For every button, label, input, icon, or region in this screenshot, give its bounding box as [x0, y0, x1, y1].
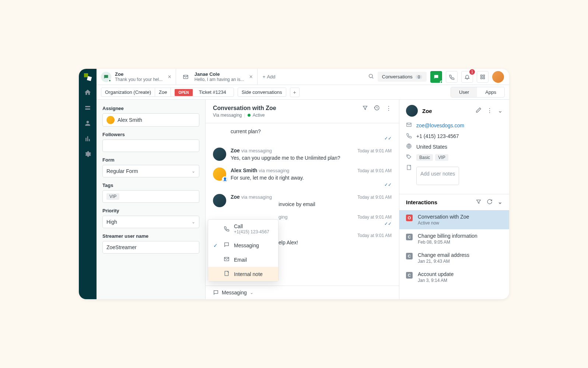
channel-option-call[interactable]: Call+1(415) 123-4567 [208, 220, 278, 238]
org-crumb[interactable]: Organization (Create) [101, 88, 155, 96]
chevron-down-icon[interactable]: ⌄ [498, 199, 503, 206]
chevron-down-icon[interactable]: ⌄ [498, 107, 503, 114]
assignee-field[interactable]: Alex Smith [102, 113, 199, 127]
channel-switcher[interactable]: Messaging ⌄ [206, 286, 399, 299]
svg-point-10 [407, 156, 408, 156]
user-notes-input[interactable]: Add user notes [416, 167, 459, 185]
svg-rect-5 [483, 77, 484, 79]
more-icon[interactable]: ⋮ [386, 105, 392, 112]
user-toggle[interactable]: User [451, 87, 477, 97]
message: Zoe via messagingToday at 9:01 AM invoic… [213, 194, 392, 207]
streamer-field[interactable]: ZoeStreamer [102, 241, 199, 254]
tab-janae[interactable]: Janae Cole Hello, I am having an is... × [176, 69, 258, 85]
filter-icon[interactable] [476, 199, 482, 206]
edit-icon[interactable] [476, 107, 482, 114]
status-label: Active [253, 113, 265, 118]
conversation-header: Conversation with Zoe Via messaging | Ac… [206, 100, 399, 123]
status-badge: O [406, 215, 413, 221]
user-location: United States [416, 144, 447, 150]
filter-icon[interactable] [362, 105, 368, 112]
conversations-count: 0 [416, 75, 422, 79]
followers-field[interactable] [102, 139, 199, 152]
context-bar: Organization (Create) Zoe OPENTicket #12… [97, 85, 509, 100]
message-avatar: 👤 [213, 167, 226, 181]
search-icon[interactable] [368, 73, 374, 81]
add-side-conversation[interactable]: + [290, 88, 300, 97]
history-icon[interactable] [374, 105, 380, 112]
user-name: Zoe [422, 108, 471, 114]
ticket-crumb[interactable]: OPENTicket #1234 [171, 88, 233, 96]
status-badge: C [406, 272, 413, 279]
breadcrumb-group: Organization (Create) Zoe OPENTicket #12… [101, 88, 234, 97]
add-tab-button[interactable]: +Add [258, 74, 281, 79]
conversations-button[interactable]: Conversations 0 [378, 72, 427, 82]
interaction-item[interactable]: C Change email addressJan 21, 9:43 AM [399, 248, 509, 268]
streamer-label: Streamer user name [102, 233, 199, 239]
tab-subtitle: Hello, I am having an is... [195, 77, 244, 82]
channel-option-messaging[interactable]: ✓ Messaging [208, 238, 278, 252]
views-icon[interactable] [84, 104, 91, 112]
chat-icon [101, 72, 111, 82]
close-icon[interactable]: × [249, 74, 252, 80]
logo-icon[interactable] [84, 73, 91, 81]
phone-icon [406, 132, 412, 139]
note-icon [224, 270, 230, 277]
interaction-item[interactable]: C Change billing informationFeb 08, 9:05… [399, 229, 509, 248]
interaction-item[interactable]: O Conversation with ZoeActive now [399, 210, 509, 229]
chat-status-button[interactable] [430, 71, 442, 83]
tags-field[interactable]: VIP [102, 190, 199, 203]
channel-option-note[interactable]: Internal note [208, 267, 278, 281]
requester-crumb[interactable]: Zoe [155, 88, 171, 96]
channel-option-email[interactable]: Email [208, 252, 278, 267]
home-icon[interactable] [84, 89, 91, 96]
read-receipt-icon: ✓✓ [231, 182, 392, 187]
svg-point-1 [369, 74, 372, 77]
chevron-down-icon: ⌄ [192, 219, 195, 224]
notifications-button[interactable]: 1 [461, 71, 473, 83]
agent-icon: 👤 [222, 176, 228, 182]
mail-icon [224, 256, 230, 263]
message-time: Today at 9:01 AM [357, 215, 392, 220]
content-area: Assignee Alex Smith Followers Form Regul… [97, 100, 509, 299]
form-select[interactable]: Regular Form⌄ [102, 165, 199, 177]
more-icon[interactable]: ⋮ [487, 107, 493, 114]
tab-subtitle: Thank you for your hel... [115, 77, 162, 82]
tab-zoe[interactable]: Zoe Thank you for your hel... × [97, 69, 176, 85]
topbar: Zoe Thank you for your hel... × Janae Co… [97, 69, 509, 85]
status-indicator [248, 114, 251, 117]
read-receipt-icon: ✓✓ [231, 136, 392, 141]
priority-label: Priority [102, 208, 199, 213]
message-time: Today at 9:01 AM [357, 148, 392, 153]
user-header: Zoe ⋮ ⌄ [399, 100, 509, 122]
side-conversations-button[interactable]: Side conversations [238, 88, 286, 97]
user-avatar[interactable] [492, 71, 504, 83]
message-text: invoice by email [279, 201, 392, 207]
app-window: Zoe Thank you for your hel... × Janae Co… [79, 69, 509, 299]
assignee-avatar [106, 116, 115, 124]
apps-button[interactable] [477, 71, 489, 83]
user-phone: +1 (415) 123-4567 [416, 133, 459, 139]
admin-icon[interactable] [84, 151, 91, 158]
via-label: Via messaging [213, 113, 242, 118]
phone-button[interactable] [446, 71, 458, 83]
priority-select[interactable]: High⌄ [102, 216, 199, 228]
refresh-icon[interactable] [487, 199, 493, 206]
svg-rect-2 [481, 75, 482, 76]
user-details: zoe@lovesdogs.com +1 (415) 123-4567 Unit… [399, 122, 509, 194]
apps-toggle[interactable]: Apps [477, 87, 504, 97]
status-badge: C [406, 253, 413, 259]
panel-toggle: User Apps [451, 87, 505, 98]
channel-popup: Call+1(415) 123-4567 ✓ Messaging Email [208, 219, 279, 282]
note-icon [406, 164, 412, 171]
chat-icon [224, 242, 230, 249]
check-icon: ✓ [213, 243, 219, 248]
interaction-item[interactable]: C Account updateJan 3, 9:14 AM [399, 268, 509, 287]
message-time: Today at 9:01 AM [357, 195, 392, 200]
message-text: For sure, let me do it right away. [231, 175, 392, 181]
reports-icon[interactable] [84, 135, 91, 142]
close-icon[interactable]: × [168, 74, 171, 80]
form-label: Form [102, 157, 199, 163]
customers-icon[interactable] [84, 120, 91, 127]
tags-label: Tags [102, 183, 199, 188]
user-email[interactable]: zoe@lovesdogs.com [416, 123, 464, 128]
